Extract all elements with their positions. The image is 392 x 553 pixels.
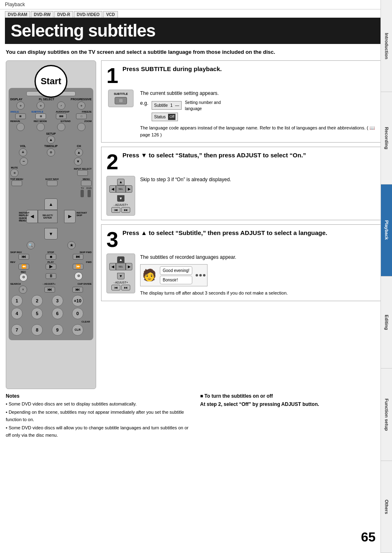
fl-select-btn[interactable]: ⊙ (37, 101, 45, 110)
fwd-btn[interactable]: ⏩ (73, 264, 83, 270)
tv-slider[interactable] (81, 190, 84, 197)
angle-label: ANGLE (10, 111, 19, 113)
fl-select-label: FL SELECT (39, 98, 54, 101)
num-0-btn[interactable]: 0 (72, 308, 83, 319)
tab-dvd-video[interactable]: DVD-VIDEO (74, 11, 103, 18)
num-9-btn[interactable]: 9 (52, 324, 63, 336)
freeze-btn[interactable]: □ (76, 113, 87, 119)
num-3-btn[interactable]: 3 (52, 295, 63, 306)
vol-label: VOL (20, 145, 26, 147)
speech-area: Good evening! Bonsoir! (160, 266, 192, 284)
adjust-left-btn[interactable]: ⏮ (44, 287, 55, 293)
dots-container (196, 274, 205, 276)
easy-navi-btn[interactable] (47, 180, 58, 186)
step3-adj-left-btn[interactable]: ⏮ (111, 285, 120, 290)
tab-dvd-ram[interactable]: DVD-RAM (5, 11, 30, 18)
tab-vcd[interactable]: VCD (103, 11, 118, 18)
step-3-text: The subtitles of recorded languages appe… (140, 253, 381, 297)
sidebar-tab-recording[interactable]: Recording (381, 92, 392, 184)
audio-btn[interactable]: ⊞⊞ (56, 113, 67, 119)
dot-3 (203, 274, 205, 276)
sidebar-tab-introduction[interactable]: Introduction (381, 0, 392, 92)
num-6-btn[interactable]: 6 (52, 308, 63, 319)
recmode-label: REC MODE (34, 120, 47, 122)
sidebar-tab-editing[interactable]: Editing (381, 276, 392, 369)
extend-btn[interactable] (57, 123, 65, 131)
ch-up-btn[interactable]: ▲ (75, 148, 83, 157)
steps-area: 1 Press SUBTITLE during playback. SUBTIT… (101, 60, 386, 389)
step2-dpad-left: ◀ (109, 185, 116, 193)
top-menu-btn[interactable] (12, 180, 22, 186)
ch-down-btn[interactable]: ▼ (74, 157, 82, 166)
step-2-number: 2 (106, 151, 118, 173)
vol-plus-btn[interactable]: + (19, 148, 27, 157)
setup-label: SETUP (10, 132, 92, 135)
step3-dpad-left: ◀ (109, 263, 116, 270)
dvd-slider[interactable] (88, 190, 91, 197)
status-off-row: Status Off (152, 113, 221, 122)
mute-btn[interactable]: ⊙ (10, 169, 18, 177)
fwd-label: FWD (86, 261, 92, 263)
tab-dvd-r[interactable]: DVD-R (54, 11, 73, 18)
dvd-label: DVD (86, 187, 92, 189)
progressive-btn[interactable]: ⊙ (77, 101, 85, 110)
step2-dpad-down: ▼ (117, 195, 125, 202)
sidebar-tab-function-setup[interactable]: Function setup (381, 369, 392, 461)
step-2-content: ▲ ◀ SEL ▶ ▼ - ADJUST+ ⏮ ⏭ (106, 176, 381, 216)
tab-dvd-rw[interactable]: DVD-RW (31, 11, 53, 18)
check-btn[interactable]: ✓ (57, 101, 65, 110)
skip-fwd-btn[interactable]: ⏭ (73, 254, 83, 260)
setup-up-btn[interactable]: ▲ (47, 136, 55, 144)
step3-adj-right-btn[interactable]: ⏭ (121, 285, 130, 290)
timeslip-btn[interactable]: ⊙ (47, 148, 55, 157)
skip-rev-btn[interactable]: ⏮ (18, 254, 29, 260)
subtitle-button-icon[interactable]: ⊟ (115, 97, 127, 104)
step-1-desc1: The current subtitle setting appears. (140, 90, 381, 97)
num-7-btn[interactable]: 7 (11, 324, 23, 336)
step3-dpad-center: SEL (116, 263, 126, 270)
numpad-bottom: 7 8 9 CLR (11, 324, 91, 336)
num-2-btn[interactable]: 2 (31, 295, 43, 306)
num-5-btn[interactable]: 5 (31, 308, 43, 319)
input-select-btn[interactable] (77, 170, 88, 176)
subtitle-btn[interactable]: ⊟ (35, 113, 46, 119)
adjust-right-btn[interactable]: ⏭ (72, 287, 83, 293)
play-btn[interactable]: ▶ (46, 264, 56, 270)
notes-section: Notes Some DVD video discs are set to di… (0, 389, 392, 445)
step2-adjust-label: - ADJUST+ (113, 203, 128, 206)
start-badge: Start (35, 65, 67, 98)
dpad-up-btn[interactable]: ▲ (44, 198, 58, 210)
rec-btn[interactable]: ⊙ (19, 273, 28, 281)
dpad-right-btn[interactable]: ▶ (64, 210, 76, 223)
stop-btn[interactable]: ■ (46, 254, 56, 260)
display-btn[interactable]: ⊙ (16, 101, 25, 110)
menu-btn[interactable] (81, 180, 92, 186)
step-1-title: Press SUBTITLE during playback. (122, 65, 222, 73)
display-label: DISPLAY (10, 98, 23, 101)
sidebar-tab-playback[interactable]: Playback (381, 184, 392, 276)
dpad-down-btn[interactable]: ▼ (44, 228, 58, 240)
zoom-btn[interactable] (77, 123, 85, 131)
clear-btn[interactable]: CLR (72, 324, 83, 336)
sidebar-tab-others[interactable]: Others (381, 461, 392, 553)
step2-adj-right-btn[interactable]: ⏭ (121, 207, 130, 213)
rev-btn[interactable]: ⏪ (18, 264, 29, 270)
angle-btn[interactable]: ⊞ (15, 113, 26, 119)
recmode-btn[interactable] (37, 123, 45, 131)
pause-btn[interactable]: ⏸ (46, 273, 56, 279)
notes-left: Notes Some DVD video discs are set to di… (6, 393, 192, 440)
search-circle-btn[interactable]: 🔍 (27, 241, 35, 249)
step2-adj-left-btn[interactable]: ⏮ (111, 207, 120, 213)
star-btn[interactable]: ★ (67, 241, 76, 249)
num-4-btn[interactable]: 4 (11, 308, 23, 319)
main-title-block: Selecting subtitles (5, 18, 387, 44)
num-1-btn[interactable]: 1 (11, 295, 23, 306)
record-btn[interactable]: ⊙ (74, 272, 83, 280)
num-plus10-btn[interactable]: +10 (72, 295, 83, 306)
dpad-center-btn[interactable]: SELECT/ ENTER (38, 210, 58, 223)
search-t-btn[interactable]: T (19, 286, 27, 294)
step2-dpad-up: ▲ (117, 179, 125, 185)
num-8-btn[interactable]: 8 (31, 324, 43, 336)
vol-minus-btn[interactable]: − (20, 157, 28, 166)
remain-btn[interactable] (16, 123, 25, 131)
